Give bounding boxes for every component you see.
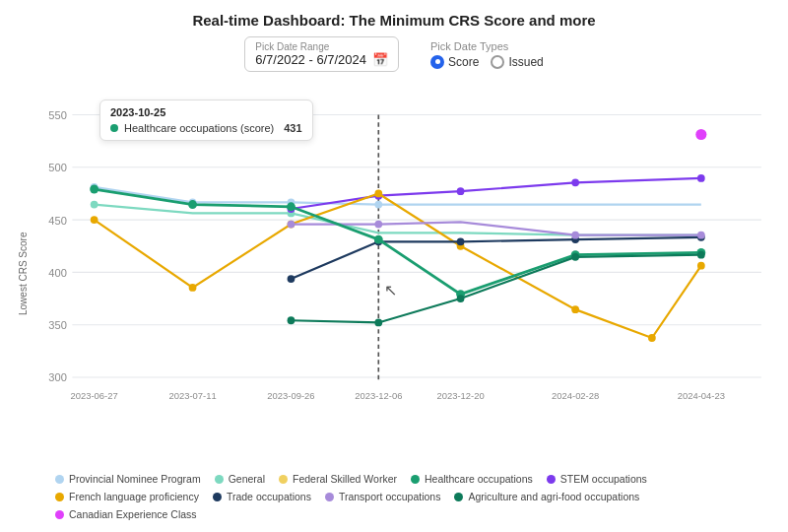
tooltip-value: 431 <box>284 122 301 134</box>
svg-point-47 <box>697 232 705 239</box>
svg-point-55 <box>288 316 296 324</box>
svg-text:2023-06-27: 2023-06-27 <box>71 390 118 401</box>
svg-point-51 <box>374 235 383 244</box>
y-axis-label: Lowest CRS Score <box>16 78 29 469</box>
svg-text:2024-04-23: 2024-04-23 <box>678 390 725 401</box>
svg-point-48 <box>90 185 98 194</box>
date-range-picker[interactable]: Pick Date Range 6/7/2022 - 6/7/2024 📅 <box>244 36 399 72</box>
legend-dot-cec <box>55 510 64 519</box>
svg-text:350: 350 <box>48 319 67 331</box>
score-option[interactable]: Score <box>430 55 479 69</box>
legend-provincial: Provincial Nominee Program <box>55 473 201 485</box>
svg-point-57 <box>457 295 465 302</box>
chart-inner: 550 500 450 400 350 300 2023-06-27 2023-… <box>29 78 772 469</box>
calendar-icon: 📅 <box>372 52 388 67</box>
issued-option[interactable]: Issued <box>491 55 543 69</box>
tooltip-item: Healthcare occupations (score) 431 <box>110 122 302 134</box>
date-types-control: Pick Date Types Score Issued <box>430 40 544 69</box>
svg-text:2023-09-26: 2023-09-26 <box>267 390 314 401</box>
legend-dot-transport <box>325 493 334 501</box>
svg-point-46 <box>571 232 579 239</box>
score-radio-checked <box>430 55 444 69</box>
legend-french: French language proficiency <box>55 491 199 502</box>
tooltip-date: 2023-10-25 <box>110 106 302 118</box>
svg-text:2023-07-11: 2023-07-11 <box>168 390 216 401</box>
issued-radio-unchecked <box>491 55 504 69</box>
legend-dot-federal <box>279 475 288 484</box>
svg-text:500: 500 <box>48 162 67 173</box>
legend-agri: Agriculture and agri-food occupations <box>454 491 639 502</box>
svg-point-60 <box>695 129 706 140</box>
svg-text:400: 400 <box>48 267 67 279</box>
tooltip-label: Healthcare occupations (score) <box>124 122 274 134</box>
svg-text:2023-12-06: 2023-12-06 <box>355 390 402 401</box>
legend-dot-healthcare <box>411 475 420 484</box>
svg-point-24 <box>91 201 98 209</box>
controls-bar: Pick Date Range 6/7/2022 - 6/7/2024 📅 Pi… <box>16 36 772 72</box>
legend-dot-french <box>55 493 64 501</box>
svg-point-32 <box>189 284 197 292</box>
svg-point-37 <box>648 334 656 342</box>
svg-point-38 <box>697 262 705 270</box>
tooltip: 2023-10-25 Healthcare occupations (score… <box>99 100 313 141</box>
svg-point-41 <box>457 237 465 245</box>
svg-point-59 <box>697 251 705 259</box>
svg-point-58 <box>571 253 579 261</box>
svg-point-56 <box>374 319 382 327</box>
svg-point-29 <box>571 178 579 186</box>
svg-point-45 <box>374 221 382 229</box>
svg-point-36 <box>571 305 579 313</box>
legend-dot-provincial <box>55 475 64 484</box>
legend-trade: Trade occupations <box>213 491 311 502</box>
svg-text:300: 300 <box>48 371 67 383</box>
chart-legend: Provincial Nominee Program General Feder… <box>16 469 772 524</box>
legend-stem: STEM occupations <box>547 473 647 485</box>
legend-dot-trade <box>213 493 222 501</box>
svg-point-28 <box>457 187 465 195</box>
svg-point-50 <box>287 202 296 211</box>
svg-point-23 <box>374 201 382 209</box>
legend-federal: Federal Skilled Worker <box>279 473 397 485</box>
date-types-label: Pick Date Types <box>430 40 544 52</box>
page-title: Real-time Dashboard: The Minimum CRS Sco… <box>16 12 772 29</box>
svg-text:↖: ↖ <box>384 282 397 299</box>
svg-point-49 <box>188 200 197 209</box>
svg-text:2023-12-20: 2023-12-20 <box>436 390 484 401</box>
legend-dot-stem <box>547 475 556 484</box>
date-types-options: Score Issued <box>430 55 544 69</box>
svg-point-34 <box>374 190 382 198</box>
dashboard: Real-time Dashboard: The Minimum CRS Sco… <box>0 0 788 532</box>
svg-text:450: 450 <box>48 215 67 227</box>
chart-area: Lowest CRS Score 550 500 450 400 350 300… <box>16 78 772 469</box>
date-range-value: 6/7/2022 - 6/7/2024 📅 <box>255 52 388 67</box>
legend-dot-general <box>215 475 224 484</box>
svg-text:550: 550 <box>48 109 67 121</box>
legend-dot-agri <box>454 493 463 501</box>
legend-cec: Canadian Experience Class <box>55 508 197 520</box>
legend-healthcare: Healthcare occupations <box>411 473 533 485</box>
legend-transport: Transport occupations <box>325 491 441 502</box>
tooltip-dot <box>110 124 118 132</box>
svg-point-44 <box>288 221 296 229</box>
svg-point-31 <box>91 216 98 224</box>
svg-point-39 <box>288 275 296 283</box>
svg-point-30 <box>697 174 705 182</box>
svg-text:2024-02-28: 2024-02-28 <box>552 390 599 401</box>
date-range-label: Pick Date Range <box>255 41 329 52</box>
legend-general: General <box>215 473 265 485</box>
